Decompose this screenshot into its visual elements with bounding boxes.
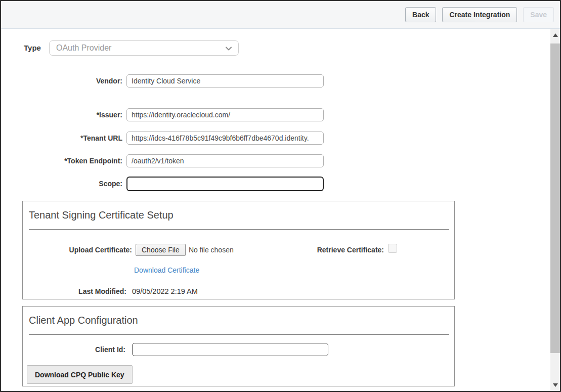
download-cpq-public-key-button[interactable]: Download CPQ Public Key (27, 365, 133, 384)
last-modified-label: Last Modified: (23, 287, 126, 296)
scroll-up-button[interactable] (550, 31, 560, 39)
file-status-text: No file chosen (189, 244, 234, 256)
type-label: Type (24, 40, 41, 56)
vendor-label: Vendor: (1, 74, 122, 88)
retrieve-certificate-label: Retrieve Certificate: (286, 244, 384, 256)
save-button[interactable]: Save (523, 7, 554, 22)
type-select-value: OAuth Provider (56, 41, 111, 55)
scope-input[interactable] (126, 177, 324, 191)
integration-editor-window: Back Create Integration Save Type OAuth … (0, 0, 561, 392)
chevron-down-icon (225, 45, 233, 55)
client-id-label: Client Id: (23, 343, 125, 356)
download-certificate-link[interactable]: Download Certificate (134, 266, 199, 274)
scrollbar-thumb[interactable] (550, 43, 560, 353)
issuer-input[interactable] (126, 108, 324, 121)
choose-file-button[interactable]: Choose File (136, 244, 186, 256)
tenant-url-input[interactable] (126, 132, 324, 145)
client-id-input[interactable] (132, 343, 328, 356)
last-modified-value: 09/05/2022 2:19 AM (132, 287, 198, 295)
scroll-up-icon (553, 33, 558, 37)
scroll-down-button[interactable] (550, 381, 560, 389)
client-section-title: Client App Configuration (29, 315, 138, 326)
upload-certificate-label: Upload Certificate: (23, 244, 132, 256)
type-select[interactable]: OAuth Provider (49, 40, 239, 56)
certificate-section-title: Tenant Signing Certificate Setup (29, 209, 174, 221)
create-integration-button[interactable]: Create Integration (442, 7, 517, 22)
scroll-down-icon (553, 383, 558, 387)
section-divider (29, 334, 449, 335)
retrieve-certificate-checkbox[interactable] (388, 244, 397, 253)
issuer-label: *Issuer: (1, 108, 122, 121)
toolbar: Back Create Integration Save (1, 1, 560, 29)
token-endpoint-input[interactable] (126, 154, 324, 167)
section-divider (29, 229, 449, 230)
tenant-url-label: *Tenant URL (1, 132, 122, 145)
vendor-input[interactable] (126, 74, 324, 88)
token-endpoint-label: *Token Endpoint: (1, 154, 122, 167)
vertical-scrollbar[interactable] (550, 29, 560, 391)
client-app-configuration-section: Client App Configuration Client Id: Down… (22, 306, 455, 386)
tenant-signing-certificate-section: Tenant Signing Certificate Setup Upload … (22, 201, 455, 299)
back-button[interactable]: Back (405, 7, 436, 22)
scope-label: Scope: (1, 177, 122, 190)
